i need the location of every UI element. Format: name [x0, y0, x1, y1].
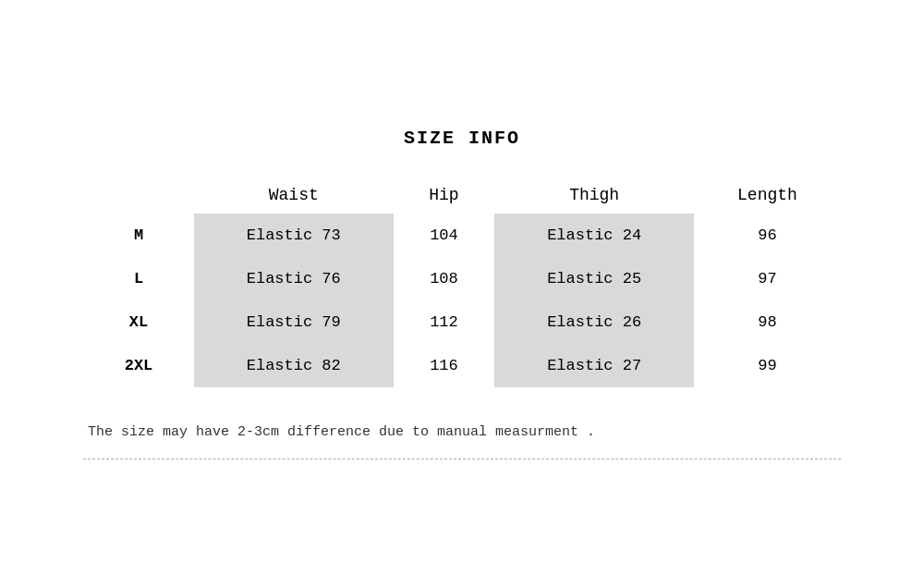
thigh-cell: Elastic 26	[494, 300, 694, 344]
table-row: XLElastic 79112Elastic 2698	[83, 300, 841, 344]
waist-cell: Elastic 73	[194, 214, 394, 257]
col-header-waist: Waist	[194, 177, 394, 214]
thigh-cell: Elastic 27	[494, 344, 694, 387]
hip-cell: 116	[394, 344, 495, 387]
hip-cell: 112	[394, 300, 495, 344]
col-header-length: Length	[694, 177, 841, 214]
thigh-cell: Elastic 24	[494, 214, 694, 257]
size-note: The size may have 2-3cm difference due t…	[83, 424, 841, 440]
size-table: Waist Hip Thigh Length MElastic 73104Ela…	[83, 177, 841, 387]
col-header-thigh: Thigh	[494, 177, 694, 214]
size-label: XL	[83, 300, 194, 344]
waist-cell: Elastic 76	[194, 257, 394, 300]
size-info-container: SIZE INFO Waist Hip Thigh Length MElasti…	[65, 109, 859, 478]
thigh-cell: Elastic 25	[494, 257, 694, 300]
length-cell: 98	[694, 300, 841, 344]
length-cell: 97	[694, 257, 841, 300]
length-cell: 99	[694, 344, 841, 387]
size-label: 2XL	[83, 344, 194, 387]
hip-cell: 108	[394, 257, 495, 300]
table-row: 2XLElastic 82116Elastic 2799	[83, 344, 841, 387]
bottom-divider	[83, 459, 841, 459]
waist-cell: Elastic 82	[194, 344, 394, 387]
table-row: MElastic 73104Elastic 2496	[83, 214, 841, 257]
hip-cell: 104	[394, 214, 495, 257]
waist-cell: Elastic 79	[194, 300, 394, 344]
col-header-size	[83, 177, 194, 214]
table-row: LElastic 76108Elastic 2597	[83, 257, 841, 300]
size-label: L	[83, 257, 194, 300]
size-label: M	[83, 214, 194, 257]
length-cell: 96	[694, 214, 841, 257]
col-header-hip: Hip	[394, 177, 495, 214]
page-title: SIZE INFO	[83, 128, 841, 149]
